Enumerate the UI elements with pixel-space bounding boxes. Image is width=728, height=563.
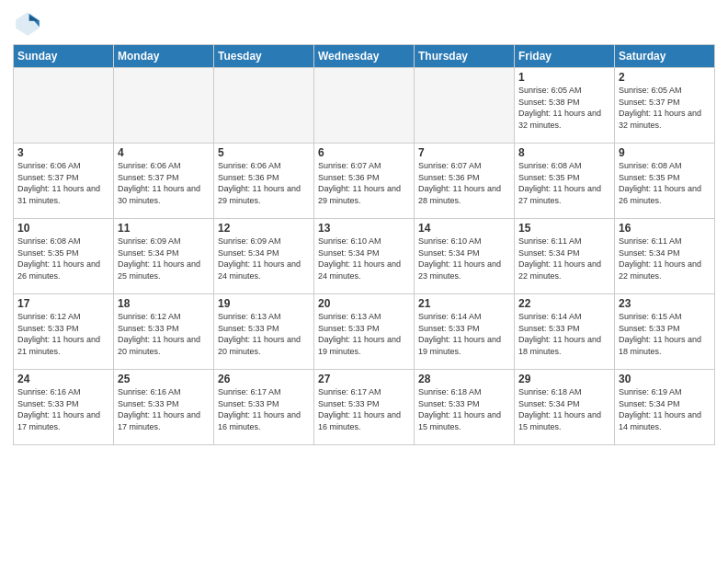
day-number: 3 — [17, 146, 109, 159]
calendar-cell: 1Sunrise: 6:05 AMSunset: 5:38 PMDaylight… — [515, 68, 615, 144]
calendar-cell: 26Sunrise: 6:17 AMSunset: 5:33 PMDayligh… — [214, 370, 314, 445]
day-info: Sunrise: 6:12 AMSunset: 5:33 PMDaylight:… — [17, 311, 109, 357]
day-number: 16 — [619, 222, 711, 235]
calendar-cell: 6Sunrise: 6:07 AMSunset: 5:36 PMDaylight… — [314, 144, 415, 219]
day-number: 2 — [619, 71, 711, 84]
day-info: Sunrise: 6:06 AMSunset: 5:36 PMDaylight:… — [218, 160, 310, 206]
calendar-cell: 22Sunrise: 6:14 AMSunset: 5:33 PMDayligh… — [515, 294, 615, 370]
calendar-cell: 25Sunrise: 6:16 AMSunset: 5:33 PMDayligh… — [114, 370, 214, 445]
weekday-header-monday: Monday — [114, 45, 214, 68]
calendar-cell: 15Sunrise: 6:11 AMSunset: 5:34 PMDayligh… — [515, 219, 615, 294]
day-number: 20 — [318, 297, 410, 310]
calendar-cell: 23Sunrise: 6:15 AMSunset: 5:33 PMDayligh… — [615, 294, 715, 370]
calendar-cell: 20Sunrise: 6:13 AMSunset: 5:33 PMDayligh… — [314, 294, 415, 370]
week-row-2: 10Sunrise: 6:08 AMSunset: 5:35 PMDayligh… — [14, 219, 715, 294]
day-info: Sunrise: 6:16 AMSunset: 5:33 PMDaylight:… — [17, 386, 109, 432]
day-number: 21 — [418, 297, 510, 310]
calendar-cell: 7Sunrise: 6:07 AMSunset: 5:36 PMDaylight… — [415, 144, 515, 219]
day-number: 1 — [518, 71, 610, 84]
day-number: 12 — [218, 222, 310, 235]
day-info: Sunrise: 6:08 AMSunset: 5:35 PMDaylight:… — [518, 160, 610, 206]
header — [13, 9, 715, 39]
day-info: Sunrise: 6:13 AMSunset: 5:33 PMDaylight:… — [318, 311, 410, 357]
week-row-4: 24Sunrise: 6:16 AMSunset: 5:33 PMDayligh… — [14, 370, 715, 445]
day-number: 14 — [418, 222, 510, 235]
page-container: SundayMondayTuesdayWednesdayThursdayFrid… — [0, 0, 728, 451]
calendar-cell: 4Sunrise: 6:06 AMSunset: 5:37 PMDaylight… — [114, 144, 214, 219]
calendar-cell: 13Sunrise: 6:10 AMSunset: 5:34 PMDayligh… — [314, 219, 415, 294]
calendar-cell: 28Sunrise: 6:18 AMSunset: 5:33 PMDayligh… — [415, 370, 515, 445]
day-number: 30 — [619, 373, 711, 385]
day-info: Sunrise: 6:10 AMSunset: 5:34 PMDaylight:… — [318, 236, 410, 282]
day-info: Sunrise: 6:09 AMSunset: 5:34 PMDaylight:… — [118, 236, 210, 282]
day-info: Sunrise: 6:15 AMSunset: 5:33 PMDaylight:… — [619, 311, 711, 357]
week-row-1: 3Sunrise: 6:06 AMSunset: 5:37 PMDaylight… — [14, 144, 715, 219]
weekday-header-wednesday: Wednesday — [314, 45, 415, 68]
day-info: Sunrise: 6:11 AMSunset: 5:34 PMDaylight:… — [518, 236, 610, 282]
weekday-header-saturday: Saturday — [615, 45, 715, 68]
day-number: 5 — [218, 146, 310, 159]
day-info: Sunrise: 6:08 AMSunset: 5:35 PMDaylight:… — [619, 160, 711, 206]
logo-icon — [13, 9, 42, 39]
calendar-cell — [214, 68, 314, 144]
day-number: 27 — [318, 373, 410, 385]
calendar-cell — [14, 68, 114, 144]
day-info: Sunrise: 6:19 AMSunset: 5:34 PMDaylight:… — [619, 386, 711, 432]
weekday-header-tuesday: Tuesday — [214, 45, 314, 68]
calendar-cell: 21Sunrise: 6:14 AMSunset: 5:33 PMDayligh… — [415, 294, 515, 370]
calendar-cell: 30Sunrise: 6:19 AMSunset: 5:34 PMDayligh… — [615, 370, 715, 445]
day-number: 11 — [118, 222, 210, 235]
day-number: 18 — [118, 297, 210, 310]
calendar-cell: 17Sunrise: 6:12 AMSunset: 5:33 PMDayligh… — [14, 294, 114, 370]
weekday-header-row: SundayMondayTuesdayWednesdayThursdayFrid… — [14, 45, 715, 68]
day-number: 15 — [518, 222, 610, 235]
day-info: Sunrise: 6:17 AMSunset: 5:33 PMDaylight:… — [318, 386, 410, 432]
day-number: 26 — [218, 373, 310, 385]
day-info: Sunrise: 6:06 AMSunset: 5:37 PMDaylight:… — [17, 160, 109, 206]
day-info: Sunrise: 6:05 AMSunset: 5:38 PMDaylight:… — [518, 85, 610, 131]
day-number: 4 — [118, 146, 210, 159]
day-number: 17 — [17, 297, 109, 310]
calendar-cell: 18Sunrise: 6:12 AMSunset: 5:33 PMDayligh… — [114, 294, 214, 370]
day-info: Sunrise: 6:11 AMSunset: 5:34 PMDaylight:… — [619, 236, 711, 282]
calendar-cell: 14Sunrise: 6:10 AMSunset: 5:34 PMDayligh… — [415, 219, 515, 294]
day-number: 22 — [518, 297, 610, 310]
calendar-cell: 12Sunrise: 6:09 AMSunset: 5:34 PMDayligh… — [214, 219, 314, 294]
week-row-0: 1Sunrise: 6:05 AMSunset: 5:38 PMDaylight… — [14, 68, 715, 144]
calendar-cell: 29Sunrise: 6:18 AMSunset: 5:34 PMDayligh… — [515, 370, 615, 445]
week-row-3: 17Sunrise: 6:12 AMSunset: 5:33 PMDayligh… — [14, 294, 715, 370]
calendar-cell: 27Sunrise: 6:17 AMSunset: 5:33 PMDayligh… — [314, 370, 415, 445]
day-number: 13 — [318, 222, 410, 235]
day-number: 19 — [218, 297, 310, 310]
day-info: Sunrise: 6:10 AMSunset: 5:34 PMDaylight:… — [418, 236, 510, 282]
calendar-cell — [314, 68, 415, 144]
day-info: Sunrise: 6:14 AMSunset: 5:33 PMDaylight:… — [518, 311, 610, 357]
weekday-header-friday: Friday — [515, 45, 615, 68]
day-number: 8 — [518, 146, 610, 159]
day-number: 29 — [518, 373, 610, 385]
weekday-header-sunday: Sunday — [14, 45, 114, 68]
calendar-cell: 8Sunrise: 6:08 AMSunset: 5:35 PMDaylight… — [515, 144, 615, 219]
day-info: Sunrise: 6:07 AMSunset: 5:36 PMDaylight:… — [318, 160, 410, 206]
calendar-table: SundayMondayTuesdayWednesdayThursdayFrid… — [13, 44, 715, 445]
calendar-cell: 24Sunrise: 6:16 AMSunset: 5:33 PMDayligh… — [14, 370, 114, 445]
calendar-cell: 16Sunrise: 6:11 AMSunset: 5:34 PMDayligh… — [615, 219, 715, 294]
calendar-cell: 9Sunrise: 6:08 AMSunset: 5:35 PMDaylight… — [615, 144, 715, 219]
day-info: Sunrise: 6:06 AMSunset: 5:37 PMDaylight:… — [118, 160, 210, 206]
day-number: 9 — [619, 146, 711, 159]
calendar-cell — [114, 68, 214, 144]
day-info: Sunrise: 6:13 AMSunset: 5:33 PMDaylight:… — [218, 311, 310, 357]
day-number: 7 — [418, 146, 510, 159]
day-info: Sunrise: 6:08 AMSunset: 5:35 PMDaylight:… — [17, 236, 109, 282]
day-number: 6 — [318, 146, 410, 159]
calendar-cell: 2Sunrise: 6:05 AMSunset: 5:37 PMDaylight… — [615, 68, 715, 144]
day-info: Sunrise: 6:18 AMSunset: 5:34 PMDaylight:… — [518, 386, 610, 432]
day-number: 24 — [17, 373, 109, 385]
calendar-cell: 11Sunrise: 6:09 AMSunset: 5:34 PMDayligh… — [114, 219, 214, 294]
svg-marker-0 — [16, 12, 40, 36]
day-info: Sunrise: 6:07 AMSunset: 5:36 PMDaylight:… — [418, 160, 510, 206]
day-number: 25 — [118, 373, 210, 385]
day-info: Sunrise: 6:09 AMSunset: 5:34 PMDaylight:… — [218, 236, 310, 282]
calendar-cell: 5Sunrise: 6:06 AMSunset: 5:36 PMDaylight… — [214, 144, 314, 219]
calendar-cell: 19Sunrise: 6:13 AMSunset: 5:33 PMDayligh… — [214, 294, 314, 370]
